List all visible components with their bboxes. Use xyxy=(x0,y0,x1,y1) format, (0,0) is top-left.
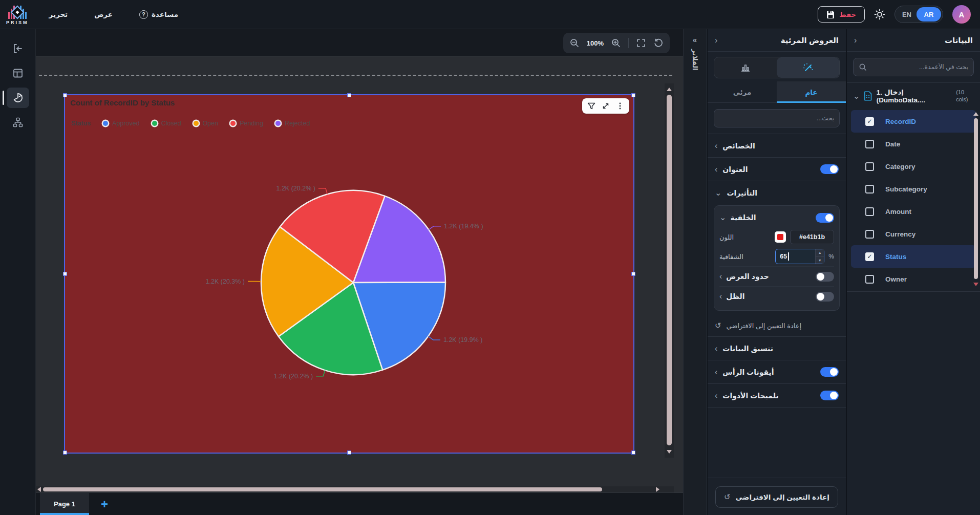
build-mode-tab[interactable] xyxy=(714,57,777,78)
layout-view-button[interactable] xyxy=(7,63,29,83)
filter-button[interactable] xyxy=(585,100,598,112)
list-scroll-thumb[interactable] xyxy=(974,118,978,279)
header-icons-toggle[interactable] xyxy=(820,367,839,377)
app-logo[interactable]: PRISM xyxy=(6,4,29,25)
tab-general[interactable]: عام xyxy=(777,81,846,102)
user-avatar[interactable]: A xyxy=(952,5,971,24)
section-data-format[interactable]: ‹ تنسيق البيانات xyxy=(708,336,846,360)
resize-handle[interactable] xyxy=(631,93,635,97)
scroll-up-arrow[interactable] xyxy=(667,88,672,91)
hscroll-thumb[interactable] xyxy=(43,487,602,491)
transparency-input[interactable] xyxy=(776,249,805,264)
field-checkbox[interactable] xyxy=(865,140,874,148)
lang-ar-label[interactable]: AR xyxy=(917,7,941,22)
field-row-status[interactable]: Status xyxy=(851,245,976,268)
resize-handle[interactable] xyxy=(631,272,635,276)
vscroll-thumb[interactable] xyxy=(667,95,672,445)
field-checkbox[interactable] xyxy=(865,117,874,126)
reset-view-button[interactable] xyxy=(653,38,664,48)
collapse-sidebar-button[interactable] xyxy=(7,38,29,59)
spinner-down-button[interactable]: ▼ xyxy=(816,257,824,264)
list-scroll-down-arrow[interactable] xyxy=(973,283,978,286)
title-toggle[interactable] xyxy=(820,164,839,174)
expand-button[interactable] xyxy=(600,100,612,112)
canvas-area: 100% Count of RecordID by Status Status … xyxy=(36,29,683,515)
spinner-up-button[interactable]: ▲ xyxy=(816,249,824,257)
field-list-scrollbar[interactable] xyxy=(973,112,978,286)
zoom-out-button[interactable] xyxy=(569,38,580,48)
scroll-left-arrow[interactable] xyxy=(37,487,41,492)
dataset-row[interactable]: ⌄ 1. إدخال (DumboData.... (10 cols) xyxy=(847,82,980,109)
background-card: ⌄ الخلفية اللون #e41b1b الشفافية ▲ ▼ % xyxy=(714,205,840,311)
section-properties[interactable]: ‹ الخصائص xyxy=(708,134,846,157)
color-swatch[interactable] xyxy=(775,231,786,243)
border-toggle[interactable] xyxy=(816,272,834,282)
background-toggle[interactable] xyxy=(816,213,834,223)
viz-search-input[interactable] xyxy=(719,115,834,122)
tooltips-toggle[interactable] xyxy=(820,391,839,400)
language-toggle[interactable]: EN AR xyxy=(894,6,943,23)
color-hex-input[interactable]: #e41b1b xyxy=(790,230,834,244)
zoom-in-button[interactable] xyxy=(611,38,621,48)
scroll-down-arrow[interactable] xyxy=(667,450,672,454)
fit-screen-button[interactable] xyxy=(636,38,646,48)
lang-en-label[interactable]: EN xyxy=(902,11,911,18)
chevron-down-icon: ⌄ xyxy=(853,92,860,100)
tab-visual[interactable]: مرئي xyxy=(708,81,777,102)
expand-filters-icon[interactable]: « xyxy=(693,35,697,44)
label-leader-line xyxy=(318,188,327,195)
resize-handle[interactable] xyxy=(63,272,67,276)
section-header-icons[interactable]: ‹ أيقونات الرأس xyxy=(708,360,846,383)
field-row-subcategory[interactable]: Subcategory xyxy=(851,178,976,200)
resize-handle[interactable] xyxy=(63,93,67,97)
border-row[interactable]: ‹ حدود العرض xyxy=(719,267,834,286)
shadow-toggle[interactable] xyxy=(816,292,834,302)
menu-edit[interactable]: تحرير xyxy=(49,10,68,18)
scroll-right-arrow[interactable] xyxy=(656,487,659,492)
column-search-input[interactable] xyxy=(871,63,968,71)
resize-handle[interactable] xyxy=(631,450,635,455)
field-row-currency[interactable]: Currency xyxy=(851,223,976,245)
theme-toggle-button[interactable] xyxy=(874,9,885,20)
field-checkbox[interactable] xyxy=(865,252,874,261)
background-header-row[interactable]: ⌄ الخلفية xyxy=(719,208,834,227)
field-row-owner[interactable]: Owner xyxy=(851,268,976,290)
reset-all-button[interactable]: ↺ إعادة التعيين إلى الافتراضي xyxy=(715,486,838,508)
field-checkbox[interactable] xyxy=(865,185,874,194)
field-row-recordid[interactable]: RecordID xyxy=(851,110,976,133)
format-mode-tab[interactable] xyxy=(777,57,839,78)
menu-view[interactable]: عرض xyxy=(94,10,113,18)
section-title[interactable]: ‹ العنوان xyxy=(708,157,846,181)
filters-label[interactable]: الفلاتر xyxy=(691,49,699,71)
pie-data-label: 1.2K (20.2% ) xyxy=(274,373,313,380)
field-row-category[interactable]: Category xyxy=(851,155,976,178)
menu-help[interactable]: ? مساعدة xyxy=(139,10,178,19)
section-tooltips[interactable]: ‹ تلميحات الأدوات xyxy=(708,383,846,407)
section-effects[interactable]: ⌄ التأثيرات xyxy=(708,181,846,204)
canvas-vertical-scrollbar[interactable] xyxy=(665,83,674,458)
shadow-row[interactable]: ‹ الظل xyxy=(719,287,834,306)
field-checkbox[interactable] xyxy=(865,207,874,216)
field-checkbox[interactable] xyxy=(865,275,874,284)
save-button[interactable]: حفظ xyxy=(818,6,865,23)
resize-handle[interactable] xyxy=(63,450,67,455)
resize-handle[interactable] xyxy=(347,450,351,455)
prism-logo-icon xyxy=(7,4,28,21)
collapse-viz-panel-icon[interactable]: › xyxy=(715,36,717,45)
page-tab-1[interactable]: Page 1 xyxy=(40,493,89,515)
collapse-data-panel-icon[interactable]: › xyxy=(854,36,857,45)
more-options-button[interactable] xyxy=(614,100,626,112)
add-page-button[interactable]: + xyxy=(89,493,120,515)
hierarchy-view-button[interactable] xyxy=(7,112,29,133)
list-scroll-up-arrow[interactable] xyxy=(973,112,978,116)
field-row-amount[interactable]: Amount xyxy=(851,200,976,223)
field-checkbox[interactable] xyxy=(865,230,874,239)
canvas-viewport[interactable]: Count of RecordID by Status Status Appro… xyxy=(36,56,674,486)
pie-chart-widget[interactable]: Count of RecordID by Status Status Appro… xyxy=(65,95,633,453)
field-checkbox[interactable] xyxy=(865,162,874,171)
canvas-horizontal-scrollbar[interactable] xyxy=(36,486,674,492)
resize-handle[interactable] xyxy=(347,93,351,97)
reset-effects-link[interactable]: ↺ إعادة التعيين إلى الافتراضي xyxy=(708,316,846,336)
charts-view-button[interactable] xyxy=(7,88,29,108)
field-row-date[interactable]: Date xyxy=(851,133,976,155)
